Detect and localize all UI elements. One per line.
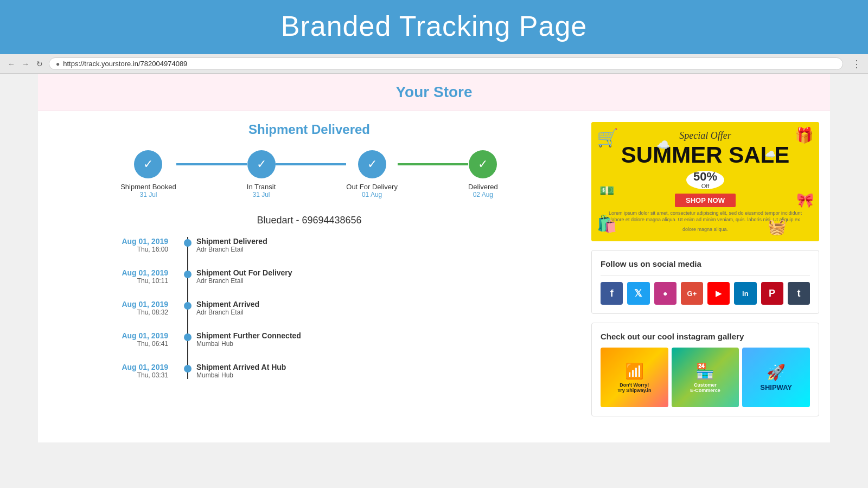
timeline-location-5: Mumbai Hub: [196, 371, 286, 379]
tracker-line-2: [276, 163, 346, 165]
timeline-date-3: Aug 01, 2019: [92, 300, 168, 309]
ad-special-offer: Special Offer: [679, 130, 731, 142]
tracker-circle-delivery: ✓: [358, 150, 386, 178]
tracker-line-1: [176, 163, 247, 165]
secure-icon: ●: [56, 60, 60, 68]
url-bar: ● https://track.yourstore.in/78200497408…: [49, 57, 843, 70]
timeline-date-1: Aug 01, 2019: [92, 237, 168, 246]
timeline-time-3: Thu, 08:32: [92, 309, 168, 316]
timeline-date-4: Aug 01, 2019: [92, 331, 168, 340]
timeline-time-1: Thu, 16:00: [92, 246, 168, 253]
social-icons: f 𝕏 ● G+ ▶ in P t: [601, 282, 810, 305]
ig-text-2: CustomerE-Commerce: [690, 382, 720, 393]
refresh-button[interactable]: ↻: [35, 59, 44, 69]
tracker-step-transit: ✓ In Transit 31 Jul: [247, 150, 276, 198]
linkedin-icon[interactable]: in: [734, 282, 756, 305]
ig-icon-3: 🚀: [767, 363, 786, 381]
facebook-icon[interactable]: f: [601, 282, 623, 305]
timeline: Aug 01, 2019 Thu, 16:00 Shipment Deliver…: [92, 237, 559, 379]
ad-banner[interactable]: 🛒 🎁 🎀 🛍️ 🧺 ☁️ ☁️ 💵 Special Offer SUMMER …: [591, 122, 819, 241]
timeline-location-4: Mumbai Hub: [196, 340, 301, 348]
progress-tracker: ✓ Shipment Booked 31 Jul ✓ In Transit 31…: [60, 150, 559, 198]
timeline-event-4: Shipment Further Connected: [196, 331, 301, 340]
tracker-circle-transit: ✓: [247, 150, 276, 178]
url-text: https://track.yourstore.in/782004974089: [63, 60, 187, 68]
tracker-circle-delivered: ✓: [469, 150, 497, 178]
ig-icon-1: 📶: [625, 362, 644, 380]
ad-off-text: Off: [701, 183, 709, 189]
ig-inner-2: 🏪 CustomerE-Commerce: [672, 348, 739, 407]
tracker-line-3: [398, 163, 468, 165]
store-header: Your Store: [38, 74, 830, 111]
ad-discount-circle: 50% Off: [686, 171, 724, 189]
timeline-dot-5: [184, 365, 192, 373]
back-button[interactable]: ←: [7, 59, 16, 69]
timeline-time-2: Thu, 10:11: [92, 277, 168, 285]
timeline-content-2: Shipment Out For Delivery Adr Branch Eta…: [196, 268, 292, 285]
shipment-status-title: Shipment Delivered: [60, 122, 559, 137]
timeline-location-2: Adr Branch Etail: [196, 277, 292, 285]
store-name: Your Store: [395, 84, 472, 100]
tracker-date-delivery: 01 Aug: [362, 191, 382, 198]
left-panel: Shipment Delivered ✓ Shipment Booked 31 …: [38, 111, 580, 427]
timeline-content-5: Shipment Arrived At Hub Mumbai Hub: [196, 363, 286, 379]
ig-icon-2: 🏪: [695, 362, 714, 380]
timeline-content-1: Shipment Delivered Adr Branch Etail: [196, 237, 267, 253]
right-panel: 🛒 🎁 🎀 🛍️ 🧺 ☁️ ☁️ 💵 Special Offer SUMMER …: [580, 111, 830, 427]
timeline-time-5: Thu, 03:31: [92, 371, 168, 379]
ig-item-1[interactable]: 📶 Don't Worry!Try Shipway.in: [601, 348, 668, 407]
timeline-item: Aug 01, 2019 Thu, 03:31 Shipment Arrived…: [92, 363, 559, 379]
browser-menu-icon[interactable]: ⋮: [852, 58, 861, 70]
forward-button[interactable]: →: [21, 59, 30, 69]
timeline-item: Aug 01, 2019 Thu, 08:32 Shipment Arrived…: [92, 300, 559, 316]
timeline-date-col: Aug 01, 2019 Thu, 08:32: [92, 300, 179, 316]
gift-icon-2: 🎀: [796, 192, 814, 209]
timeline-dot-2: [184, 271, 192, 278]
timeline-dot-1: [184, 239, 192, 247]
instagram-grid: 📶 Don't Worry!Try Shipway.in 🏪 CustomerE…: [601, 348, 810, 407]
tracker-step-delivered: ✓ Delivered 02 Aug: [468, 150, 498, 198]
banner-title: Branded Tracking Page: [281, 10, 587, 42]
tracker-date-booked: 31 Jul: [139, 191, 157, 198]
tumblr-icon[interactable]: t: [788, 282, 810, 305]
instagram-title: Check out our cool instagram gallery: [601, 332, 810, 341]
ad-shop-now-button[interactable]: SHOP NOW: [675, 194, 736, 207]
ig-inner-1: 📶 Don't Worry!Try Shipway.in: [601, 348, 668, 407]
ig-inner-3: 🚀 SHIPWAY: [742, 348, 810, 407]
twitter-icon[interactable]: 𝕏: [627, 282, 649, 305]
timeline-item: Aug 01, 2019 Thu, 10:11 Shipment Out For…: [92, 268, 559, 285]
timeline-date-col: Aug 01, 2019 Thu, 10:11: [92, 268, 179, 285]
tracker-step-booked: ✓ Shipment Booked 31 Jul: [120, 150, 176, 198]
ad-lorem-text-2: dolore magna aliqua.: [682, 227, 728, 233]
instagram-section: Check out our cool instagram gallery 📶 D…: [591, 323, 819, 416]
timeline-dot-4: [184, 333, 192, 341]
ig-text-1: Don't Worry!Try Shipway.in: [617, 382, 651, 393]
instagram-icon[interactable]: ●: [654, 282, 676, 305]
tracker-step-delivery: ✓ Out For Delivery 01 Aug: [346, 150, 398, 198]
browser-bar: ← → ↻ ● https://track.yourstore.in/78200…: [0, 54, 868, 74]
pinterest-icon[interactable]: P: [761, 282, 783, 305]
social-title: Follow us on social media: [601, 259, 810, 268]
ig-item-2[interactable]: 🏪 CustomerE-Commerce: [672, 348, 739, 407]
tracker-label-booked: Shipment Booked: [120, 183, 176, 191]
timeline-item: Aug 01, 2019 Thu, 16:00 Shipment Deliver…: [92, 237, 559, 253]
courier-info: Bluedart - 69694438656: [60, 215, 559, 226]
timeline-content-3: Shipment Arrived Adr Branch Etail: [196, 300, 259, 316]
tracker-date-transit: 31 Jul: [253, 191, 270, 198]
timeline-event-1: Shipment Delivered: [196, 237, 267, 246]
ig-item-3[interactable]: 🚀 SHIPWAY: [742, 348, 810, 407]
ad-summer-sale: SUMMER SALE: [621, 144, 789, 166]
social-section: Follow us on social media f 𝕏 ● G+ ▶ in …: [591, 250, 819, 314]
timeline-item: Aug 01, 2019 Thu, 06:41 Shipment Further…: [92, 331, 559, 348]
youtube-icon[interactable]: ▶: [707, 282, 730, 305]
timeline-event-2: Shipment Out For Delivery: [196, 268, 292, 277]
ad-lorem-text: Lorem ipsum dolor sit amet, consectetur …: [602, 210, 808, 223]
tracker-label-transit: In Transit: [247, 183, 276, 191]
timeline-date-col: Aug 01, 2019 Thu, 03:31: [92, 363, 179, 379]
googleplus-icon[interactable]: G+: [681, 282, 703, 305]
ig-text-3: SHIPWAY: [760, 383, 792, 391]
timeline-date-col: Aug 01, 2019 Thu, 06:41: [92, 331, 179, 348]
timeline-event-5: Shipment Arrived At Hub: [196, 363, 286, 371]
social-divider: [601, 275, 810, 275]
timeline-date-2: Aug 01, 2019: [92, 268, 168, 277]
